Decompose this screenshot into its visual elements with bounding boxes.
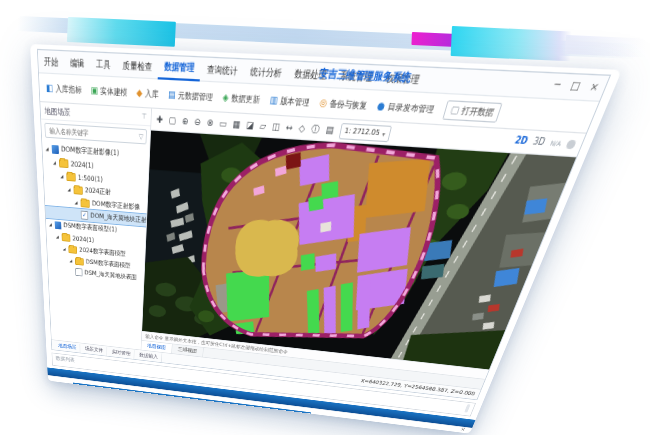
menu-stat-analysis[interactable]: 统计分析 (243, 60, 290, 84)
folder-icon (59, 158, 68, 167)
view-dimension-toggle: 2D 3D N/A (511, 130, 579, 155)
tree-label: 1:500(1) (78, 173, 103, 183)
tree-label: 2024(1) (72, 234, 94, 243)
ribbon-label: 目录发布管理 (386, 100, 435, 115)
expand-arrow-icon[interactable]: ◢ (67, 186, 72, 192)
menu-query-stats[interactable]: 查询统计 (200, 58, 245, 82)
decor-stripe-tail (565, 35, 646, 58)
view-extra-label: N/A (546, 132, 565, 154)
menu-data-management[interactable]: 数据管理 (158, 55, 202, 81)
scale-combobox[interactable]: 1: 2712.05 ▾ (338, 122, 392, 141)
folder-icon (66, 172, 75, 181)
map-column: ✚ ▢ ⊕ ⊖ ⊗ ▭ ▦ ◪ ▱ ◫ ↔ ◇ ⓘ ▤ (141, 109, 585, 389)
full-extent-icon[interactable]: ▭ (218, 114, 227, 134)
ribbon-label: 入库指标 (55, 82, 82, 95)
dock-tab-realtime[interactable]: 实时管理 (108, 347, 134, 359)
window-controls: ─ □ × (550, 74, 603, 100)
ribbon-label: 元数据管理 (178, 89, 214, 103)
minimize-button[interactable]: ─ (550, 74, 564, 98)
app-window: 开始 编辑 工具 质量检查 数据管理 查询统计 统计分析 数据处理 系统管理 权… (37, 49, 611, 400)
layer-panel: 地图场景 ⊤ ▽ ◢ DOM数字正射影像(1) ◢ (40, 102, 152, 350)
ribbon-label: 打开数据 (460, 104, 496, 118)
expand-arrow-icon[interactable]: ◢ (45, 145, 50, 151)
ribbon-entity-modeling-button[interactable]: ▣ 实体建模 (91, 84, 128, 98)
import-icon: ◆ (136, 88, 142, 98)
ribbon-catalog-publish-button[interactable]: ● 目录发布管理 (376, 99, 436, 115)
chevron-down-icon: ▾ (382, 129, 387, 137)
catalog-publish-icon: ● (376, 101, 386, 112)
expand-arrow-icon[interactable]: ◢ (74, 199, 79, 205)
expand-arrow-icon[interactable]: ◢ (60, 173, 65, 179)
view-3d-button[interactable]: 3D (529, 131, 548, 153)
dock-tab-map-scene[interactable]: 地图场景 (55, 341, 81, 353)
ribbon-backup-restore-button[interactable]: ◎ 备份与恢复 (319, 96, 369, 111)
data-list-title: 数据列表 (55, 355, 74, 364)
zoom-in-icon[interactable]: ⊕ (181, 111, 189, 130)
entity-modeling-icon: ▣ (91, 85, 98, 95)
layer-tree: ◢ DOM数字正射影像(1) ◢ 2024(1) ◢ 1:500(1) (42, 140, 149, 349)
folder-icon (68, 245, 77, 253)
menu-edit[interactable]: 编辑 (64, 52, 90, 75)
menu-tools[interactable]: 工具 (90, 53, 117, 76)
data-update-icon: ◈ (222, 92, 229, 102)
maximize-button[interactable]: □ (566, 74, 584, 98)
scrollbar-thumb[interactable] (464, 404, 470, 412)
decor-stripe-cyan-right (451, 26, 572, 61)
layer-search-input[interactable] (48, 125, 138, 141)
tilted-window-plane: 开始 编辑 工具 质量检查 数据管理 查询统计 统计分析 数据处理 系统管理 权… (30, 44, 622, 433)
pan-icon[interactable]: ✚ (156, 110, 163, 129)
metadata-icon: ▤ (168, 89, 176, 99)
menu-start[interactable]: 开始 (38, 51, 65, 73)
previous-extent-icon[interactable]: ⊗ (206, 113, 214, 132)
clip-icon[interactable]: ◪ (245, 115, 255, 135)
expand-arrow-icon[interactable]: ◢ (62, 246, 66, 251)
view-2d-button[interactable]: 2D (511, 130, 531, 152)
folder-icon (81, 199, 90, 208)
layer-panel-title: 地图场景 (44, 105, 70, 118)
expand-arrow-icon[interactable]: ◢ (55, 234, 59, 239)
ribbon-label: 入库 (145, 87, 159, 100)
decor-stripe-cyan-left (67, 17, 176, 47)
checkbox-checked-icon[interactable]: ✓ (81, 211, 89, 220)
dock-tab-data-input[interactable]: 数据输入 (136, 350, 163, 362)
version-icon: ▥ (269, 95, 278, 105)
identify-icon[interactable]: ⓘ (310, 119, 322, 139)
dock-tab-scene-files[interactable]: 场景文件 (82, 344, 108, 356)
folder-icon (62, 233, 71, 241)
measure-icon[interactable]: ↔ (284, 118, 294, 138)
ribbon-version-button[interactable]: ▥ 版本管理 (269, 94, 311, 108)
expand-arrow-icon[interactable]: ◢ (52, 159, 57, 165)
polygon-select-icon[interactable]: ▱ (259, 116, 268, 136)
folder-icon (75, 257, 84, 265)
backup-restore-icon: ◎ (319, 98, 328, 109)
expand-arrow-icon[interactable]: ◢ (69, 258, 73, 263)
dataset-icon (55, 221, 62, 229)
zoom-out-icon[interactable]: ⊖ (194, 112, 202, 131)
box-select-icon[interactable]: ▢ (168, 111, 176, 130)
close-icon[interactable]: × (460, 427, 467, 433)
ribbon-label: 版本管理 (279, 94, 310, 108)
tree-label: DSM_海天翼地块表面 (84, 269, 136, 282)
close-button[interactable]: × (586, 75, 604, 99)
ribbon-data-update-button[interactable]: ◈ 数据更新 (222, 91, 261, 105)
pin-icon[interactable]: ⊤ (141, 112, 146, 121)
ribbon-metadata-button[interactable]: ▤ 元数据管理 (168, 88, 214, 103)
ribbon-open-data-button[interactable]: ▢ 打开数据 (442, 100, 503, 123)
refresh-icon[interactable]: ◇ (297, 118, 307, 138)
menu-quality-check[interactable]: 质量检查 (116, 54, 158, 78)
rect-select-icon[interactable]: ◫ (271, 117, 281, 137)
ribbon-warehouse-index-button[interactable]: ◧ 入库指标 (46, 82, 82, 96)
ribbon-import-button[interactable]: ◆ 入库 (136, 87, 159, 100)
attribute-table-icon[interactable]: ▦ (232, 114, 242, 134)
tree-label: 2024(1) (71, 159, 94, 169)
dataset-icon (52, 144, 59, 153)
ribbon-label: 实体建模 (100, 85, 127, 98)
warehouse-index-icon: ◧ (46, 83, 53, 93)
ribbon-label: 备份与恢复 (329, 97, 369, 111)
expand-arrow-icon[interactable]: ◢ (48, 222, 53, 227)
basemap-icon[interactable]: ▤ (324, 120, 336, 140)
filter-icon[interactable]: ▽ (139, 132, 144, 140)
open-data-icon: ▢ (449, 105, 460, 116)
checkbox-unchecked-icon[interactable] (75, 268, 82, 276)
globe-icon[interactable] (565, 139, 577, 148)
